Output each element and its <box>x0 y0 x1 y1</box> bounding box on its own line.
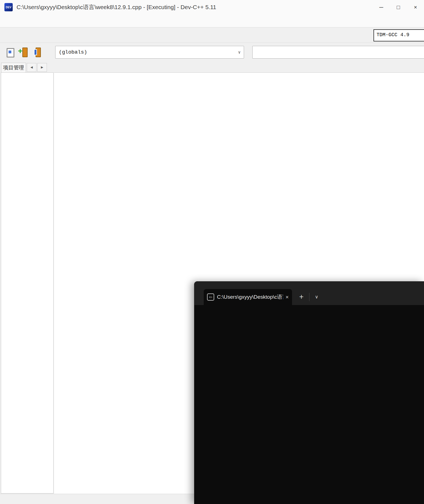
project-panel-tabs: 项目管理 ◀ ▶ <box>0 61 54 72</box>
globals-combobox-value: (globals) <box>55 49 235 55</box>
terminal-output[interactable] <box>194 305 424 309</box>
terminal-title-bar[interactable]: C:\ C:\Users\gxyyy\Desktop\c语言 × + ∨ <box>194 281 424 305</box>
close-button[interactable]: × <box>407 0 424 14</box>
terminal-window: C:\ C:\Users\gxyyy\Desktop\c语言 × + ∨ <box>194 281 424 504</box>
tab-scroll-left-icon[interactable]: ◀ <box>27 63 36 72</box>
minimize-button[interactable]: ─ <box>373 0 390 14</box>
members-combobox[interactable] <box>252 46 424 59</box>
maximize-button[interactable]: □ <box>390 0 407 14</box>
app-icon: DEV <box>4 3 13 11</box>
add-to-project-icon[interactable] <box>18 46 30 58</box>
compiler-select[interactable]: TDM-GCC 4.9 <box>373 29 424 41</box>
project-panel: 项目管理 ◀ ▶ <box>0 61 54 494</box>
terminal-dropdown-icon[interactable]: ∨ <box>315 289 318 305</box>
menu-bar <box>0 14 424 27</box>
new-tab-icon[interactable]: + <box>299 289 304 305</box>
project-tree[interactable] <box>1 72 54 494</box>
class-browser-toolbar: (globals) ∨ <box>0 43 424 62</box>
terminal-tab-title: C:\Users\gxyyy\Desktop\c语言 <box>217 293 283 301</box>
globals-combobox[interactable]: (globals) ∨ <box>55 46 244 59</box>
tab-project-manager[interactable]: 项目管理 <box>1 63 26 72</box>
main-toolbar: TDM-GCC 4.9 <box>0 27 424 43</box>
terminal-bar-divider <box>309 293 309 301</box>
window-title: C:\Users\gxyyy\Desktop\c语言\week8\12.9.1.… <box>17 3 373 11</box>
chevron-down-icon[interactable]: ∨ <box>235 50 244 55</box>
remove-from-project-icon[interactable] <box>31 46 43 58</box>
tab-scroll-right-icon[interactable]: ▶ <box>37 63 47 72</box>
cmd-icon: C:\ <box>207 293 214 301</box>
terminal-tab-close-icon[interactable]: × <box>283 294 289 300</box>
new-source-icon[interactable] <box>4 46 17 58</box>
editor-tab-strip <box>54 61 424 73</box>
title-bar: DEV C:\Users\gxyyy\Desktop\c语言\week8\12.… <box>0 0 424 14</box>
terminal-tab[interactable]: C:\ C:\Users\gxyyy\Desktop\c语言 × <box>204 289 292 305</box>
